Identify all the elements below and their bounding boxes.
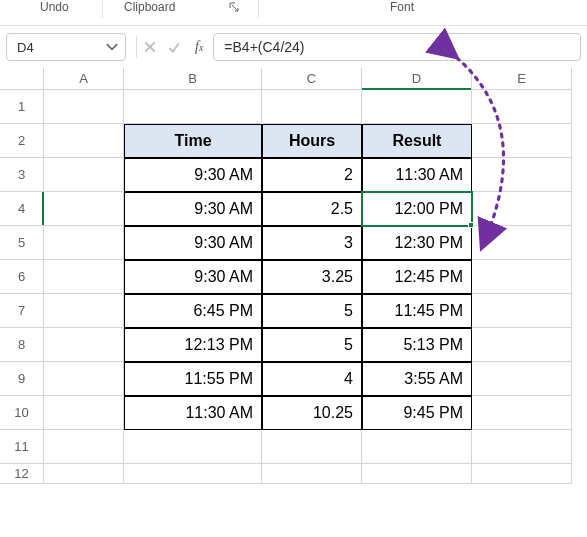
formula-value: =B4+(C4/24) xyxy=(224,39,304,55)
row-header-5[interactable]: 5 xyxy=(0,226,44,260)
cell-B7[interactable]: 6:45 PM xyxy=(124,294,262,328)
cell-E10[interactable] xyxy=(472,396,572,430)
cell-A5[interactable] xyxy=(44,226,124,260)
cell-D5[interactable]: 12:30 PM xyxy=(362,226,472,260)
cell-A1[interactable] xyxy=(44,90,124,124)
cell-B1[interactable] xyxy=(124,90,262,124)
cell-E8[interactable] xyxy=(472,328,572,362)
cell-B5[interactable]: 9:30 AM xyxy=(124,226,262,260)
row-header-12[interactable]: 12 xyxy=(0,464,44,484)
row-header-2[interactable]: 2 xyxy=(0,124,44,158)
cell-E11[interactable] xyxy=(472,430,572,464)
cell-A7[interactable] xyxy=(44,294,124,328)
col-header-B[interactable]: B xyxy=(124,68,262,90)
cell-B12[interactable] xyxy=(124,464,262,484)
ribbon-group-labels: Undo Clipboard Font xyxy=(0,0,587,26)
cell-B6[interactable]: 9:30 AM xyxy=(124,260,262,294)
cell-D11[interactable] xyxy=(362,430,472,464)
ribbon-group-clipboard[interactable]: Clipboard xyxy=(124,0,175,14)
cell-E5[interactable] xyxy=(472,226,572,260)
cell-A4[interactable] xyxy=(44,192,124,226)
cell-C9[interactable]: 4 xyxy=(262,362,362,396)
cell-A3[interactable] xyxy=(44,158,124,192)
formula-bar-row: D4 fx =B4+(C4/24) xyxy=(0,26,587,68)
cell-E2[interactable] xyxy=(472,124,572,158)
cancel-icon[interactable] xyxy=(143,40,157,54)
row-header-6[interactable]: 6 xyxy=(0,260,44,294)
cell-C11[interactable] xyxy=(262,430,362,464)
cell-C1[interactable] xyxy=(262,90,362,124)
cell-A10[interactable] xyxy=(44,396,124,430)
chevron-down-icon[interactable] xyxy=(105,40,119,54)
fx-icon[interactable]: fx xyxy=(195,39,203,55)
cell-D4[interactable]: 12:00 PM xyxy=(362,192,472,226)
name-box-value: D4 xyxy=(17,40,34,55)
cell-A9[interactable] xyxy=(44,362,124,396)
cell-C5[interactable]: 3 xyxy=(262,226,362,260)
fill-handle[interactable] xyxy=(468,222,474,228)
cell-A12[interactable] xyxy=(44,464,124,484)
cell-D1[interactable] xyxy=(362,90,472,124)
dialog-launcher-icon[interactable] xyxy=(229,2,239,12)
cell-B2[interactable]: Time xyxy=(124,124,262,158)
cell-C7[interactable]: 5 xyxy=(262,294,362,328)
cell-B3[interactable]: 9:30 AM xyxy=(124,158,262,192)
row-header-7[interactable]: 7 xyxy=(0,294,44,328)
row-header-8[interactable]: 8 xyxy=(0,328,44,362)
row-header-9[interactable]: 9 xyxy=(0,362,44,396)
cell-C4[interactable]: 2.5 xyxy=(262,192,362,226)
row-header-3[interactable]: 3 xyxy=(0,158,44,192)
cell-E4[interactable] xyxy=(472,192,572,226)
cell-C12[interactable] xyxy=(262,464,362,484)
cell-C3[interactable]: 2 xyxy=(262,158,362,192)
cell-E3[interactable] xyxy=(472,158,572,192)
cell-E7[interactable] xyxy=(472,294,572,328)
cell-A8[interactable] xyxy=(44,328,124,362)
formula-input[interactable]: =B4+(C4/24) xyxy=(213,33,581,61)
cell-A6[interactable] xyxy=(44,260,124,294)
cell-E1[interactable] xyxy=(472,90,572,124)
cell-B9[interactable]: 11:55 PM xyxy=(124,362,262,396)
cell-E9[interactable] xyxy=(472,362,572,396)
cell-B8[interactable]: 12:13 PM xyxy=(124,328,262,362)
divider xyxy=(136,36,137,58)
col-header-E[interactable]: E xyxy=(472,68,572,90)
spreadsheet-grid[interactable]: A B C D E 1 2 Time Hours Result 3 9:30 xyxy=(0,68,587,484)
column-headers: A B C D E xyxy=(0,68,587,90)
cell-C8[interactable]: 5 xyxy=(262,328,362,362)
cell-A11[interactable] xyxy=(44,430,124,464)
ribbon-group-font[interactable]: Font xyxy=(390,0,414,14)
formula-bar-controls: fx xyxy=(143,39,203,55)
cell-A2[interactable] xyxy=(44,124,124,158)
cell-B10[interactable]: 11:30 AM xyxy=(124,396,262,430)
cell-D7[interactable]: 11:45 PM xyxy=(362,294,472,328)
cell-E12[interactable] xyxy=(472,464,572,484)
select-all-corner[interactable] xyxy=(0,68,44,90)
row-header-1[interactable]: 1 xyxy=(0,90,44,124)
col-header-C[interactable]: C xyxy=(262,68,362,90)
cell-D9[interactable]: 3:55 AM xyxy=(362,362,472,396)
name-box[interactable]: D4 xyxy=(6,33,126,61)
row-header-4[interactable]: 4 xyxy=(0,192,44,226)
enter-icon[interactable] xyxy=(167,40,181,54)
cell-C2[interactable]: Hours xyxy=(262,124,362,158)
cell-D12[interactable] xyxy=(362,464,472,484)
ribbon-group-undo[interactable]: Undo xyxy=(40,0,69,14)
row-header-10[interactable]: 10 xyxy=(0,396,44,430)
cell-B11[interactable] xyxy=(124,430,262,464)
cell-D10[interactable]: 9:45 PM xyxy=(362,396,472,430)
cell-C10[interactable]: 10.25 xyxy=(262,396,362,430)
cell-C6[interactable]: 3.25 xyxy=(262,260,362,294)
cell-D8[interactable]: 5:13 PM xyxy=(362,328,472,362)
cell-D3[interactable]: 11:30 AM xyxy=(362,158,472,192)
cell-D6[interactable]: 12:45 PM xyxy=(362,260,472,294)
cell-E6[interactable] xyxy=(472,260,572,294)
col-header-A[interactable]: A xyxy=(44,68,124,90)
row-header-11[interactable]: 11 xyxy=(0,430,44,464)
col-header-D[interactable]: D xyxy=(362,68,472,90)
cell-B4[interactable]: 9:30 AM xyxy=(124,192,262,226)
cell-D2[interactable]: Result xyxy=(362,124,472,158)
cell-D4-value: 12:00 PM xyxy=(395,200,463,218)
